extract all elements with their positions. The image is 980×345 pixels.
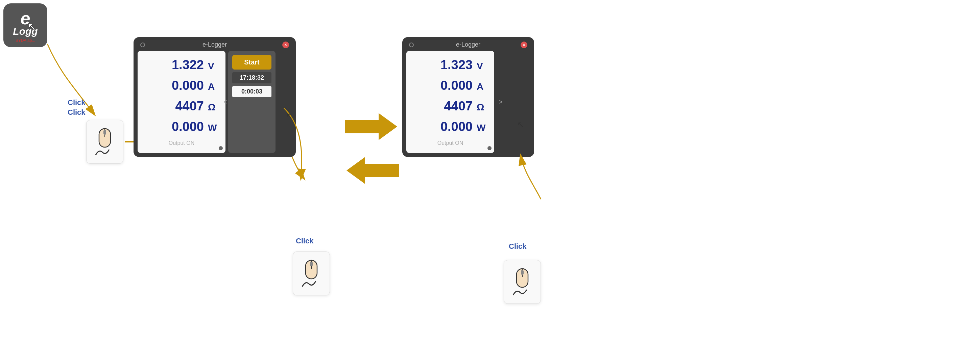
window1-close[interactable]: × xyxy=(282,41,289,48)
window1-dot xyxy=(140,43,145,47)
mouse-icon-1 xyxy=(93,125,117,157)
app-icon[interactable]: e Logg SYDA ap... ↖ xyxy=(3,3,47,47)
w1-power-value: 0.000 xyxy=(167,120,204,134)
mouse-icon-2 xyxy=(299,257,323,289)
w1-corner-dot xyxy=(219,146,223,150)
w2-power-unit: W xyxy=(477,123,486,133)
w1-voltage-value: 1.322 xyxy=(167,58,204,72)
mouse-card-1[interactable] xyxy=(86,120,123,164)
svg-rect-11 xyxy=(310,262,313,266)
w2-resistance-value: 4407 xyxy=(435,99,473,114)
svg-marker-12 xyxy=(345,113,397,140)
mouse-card-2[interactable] xyxy=(293,252,330,295)
w1-power-unit: W xyxy=(208,123,217,133)
mouse-card-3[interactable] xyxy=(504,260,541,304)
app-icon-subtitle: SYDA ap... xyxy=(16,38,35,43)
cursor-w2: ↖ xyxy=(517,120,524,129)
mouse-icon-3 xyxy=(511,265,534,298)
click-label-2: Click xyxy=(296,236,314,246)
w1-chevron-left[interactable]: < xyxy=(223,98,227,106)
svg-rect-17 xyxy=(521,270,523,275)
w1-voltage-unit: V xyxy=(208,61,217,71)
w2-corner-dot xyxy=(487,146,492,150)
w1-start-button[interactable]: Start xyxy=(232,55,272,70)
w2-current-unit: A xyxy=(477,81,486,92)
w2-current-value: 0.000 xyxy=(435,78,473,93)
window2-close[interactable]: × xyxy=(520,41,527,48)
logger-window-2: e-Logger × 1.323 V 0.000 A 4407 Ω 0.000 … xyxy=(402,37,534,157)
logger-window-1: e-Logger × 1.322 V 0.000 A 4407 Ω 0.000 … xyxy=(134,37,296,157)
large-arrow-right xyxy=(345,111,399,143)
window2-title: e-Logger xyxy=(456,41,480,48)
click-label-3: Click xyxy=(509,242,527,252)
click-click-label: Click Click xyxy=(68,98,86,117)
w1-current-value: 0.000 xyxy=(167,78,204,93)
large-arrow-left xyxy=(345,155,399,187)
cursor-w1: ↖ xyxy=(286,111,293,121)
w1-resistance-value: 4407 xyxy=(167,99,204,114)
w1-resistance-unit: Ω xyxy=(208,102,217,113)
window2-dot xyxy=(409,43,414,47)
window1-title: e-Logger xyxy=(202,41,227,48)
w1-time: 17:18:32 xyxy=(232,72,272,83)
w2-status: Output ON xyxy=(414,140,486,146)
w1-status: Output ON xyxy=(146,140,217,146)
w2-resistance-unit: Ω xyxy=(477,102,486,113)
w2-voltage-unit: V xyxy=(477,61,486,71)
svg-marker-13 xyxy=(347,157,399,184)
w2-chevron-right[interactable]: > xyxy=(499,98,503,106)
w1-current-unit: A xyxy=(208,81,217,92)
w2-power-value: 0.000 xyxy=(435,120,473,134)
w2-voltage-value: 1.323 xyxy=(435,58,473,72)
w1-elapsed: 0:00:03 xyxy=(232,86,272,97)
svg-rect-5 xyxy=(103,130,106,135)
cursor-icon: ↖ xyxy=(28,21,35,32)
